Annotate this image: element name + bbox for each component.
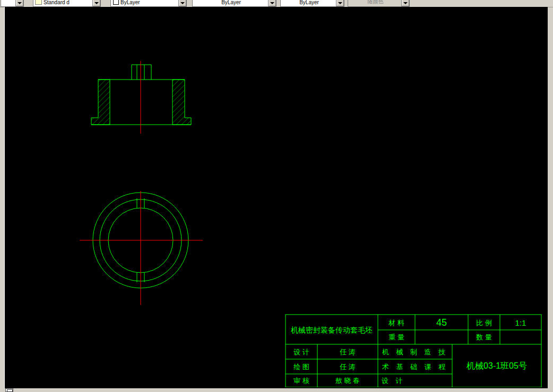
object-properties-toolbar: Standard d ByLayer ByLayer ByLayer 随颜色 (0, 0, 553, 7)
linetype-combo[interactable]: ByLayer (192, 0, 276, 7)
hatch-left-wall (91, 80, 110, 125)
plotstyle-combo-value: 随颜色 (368, 0, 384, 5)
autocad-window: { "toolbar": { "style_combo": "Standard … (0, 0, 553, 392)
color-combo-value: ByLayer (120, 0, 140, 5)
draft-label: 绘 图 (293, 363, 309, 371)
drawing-canvas-svg[interactable]: 机械密封装备传动套毛坯 材 料 45 比 例 1:1 重 量 数 量 设 计 任… (5, 7, 548, 387)
course-line1: 机 械 制 造 技 (382, 348, 448, 356)
plotstyle-combo: 随颜色 (348, 0, 410, 7)
docked-combo-partial[interactable] (1, 0, 24, 7)
lineweight-combo-value: ByLayer (299, 0, 319, 5)
chevron-down-icon[interactable] (336, 0, 344, 6)
hatch-right-wall (172, 80, 191, 125)
check-value: 敖 晓 春 (335, 377, 360, 385)
boss-outline (132, 65, 151, 80)
layout-tab-icon[interactable] (5, 388, 13, 392)
class-id-text: 机械03-1班05号 (466, 361, 527, 370)
part-name-text: 机械密封装备传动套毛坯 (291, 326, 373, 334)
chevron-down-icon[interactable] (178, 0, 186, 6)
draft-value: 任 涛 (339, 363, 356, 371)
lineweight-combo[interactable]: ByLayer (280, 0, 344, 7)
chevron-down-icon[interactable] (92, 0, 100, 6)
color-swatch-icon (113, 0, 119, 5)
style-combo[interactable]: Standard d (33, 0, 101, 7)
linetype-combo-value: ByLayer (221, 0, 241, 5)
course-line3: 设 计 (382, 377, 405, 385)
course-line2: 术 基 础 课 程 (382, 363, 448, 371)
check-label: 审 核 (293, 377, 309, 385)
color-combo[interactable]: ByLayer (110, 0, 187, 7)
chevron-down-icon[interactable] (268, 0, 276, 6)
status-strip (0, 388, 553, 392)
design-label: 设 计 (293, 348, 309, 356)
drawing-area[interactable]: 机械密封装备传动套毛坯 材 料 45 比 例 1:1 重 量 数 量 设 计 任… (4, 7, 548, 388)
weight-label: 重 量 (388, 333, 404, 341)
chevron-down-icon (401, 0, 409, 6)
section-view[interactable] (91, 65, 191, 125)
quantity-label: 数 量 (476, 333, 492, 341)
chevron-down-icon[interactable] (15, 0, 23, 6)
scale-label: 比 例 (476, 319, 492, 327)
material-value: 45 (436, 317, 447, 328)
title-block-text: 机械密封装备传动套毛坯 材 料 45 比 例 1:1 重 量 数 量 设 计 任… (291, 317, 527, 385)
layer-state-icon (35, 0, 42, 5)
design-value: 任 涛 (339, 348, 356, 356)
scale-value: 1:1 (515, 318, 526, 327)
style-combo-value: Standard d (44, 0, 70, 5)
material-label: 材 料 (388, 319, 404, 327)
